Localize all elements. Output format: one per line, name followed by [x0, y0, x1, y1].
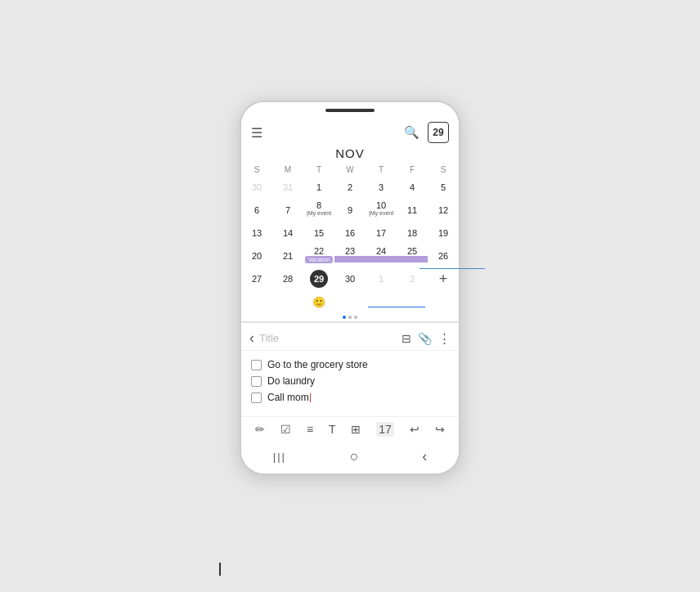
dot-inactive-1 — [348, 316, 352, 319]
smiley-icon: 🙂 — [312, 296, 325, 308]
pen-tool-icon[interactable]: ✏ — [255, 423, 265, 436]
cal-day-12[interactable]: 12 — [428, 199, 459, 222]
cal-day-9[interactable]: 9 — [334, 199, 366, 222]
note-header: ‹ Title ⊟ 📎 ⋮ — [241, 323, 459, 351]
day-header-wed: W — [334, 164, 366, 176]
cal-day-31-oct[interactable]: 31 — [272, 176, 303, 199]
cal-empty-2 — [272, 290, 303, 313]
cal-day-10[interactable]: 10|My event — [366, 199, 397, 222]
day-header-sun: S — [241, 164, 272, 176]
day-header-mon: M — [272, 164, 303, 176]
hamburger-icon[interactable]: ☰ — [251, 125, 262, 141]
note-back-button[interactable]: ‹ — [249, 330, 254, 347]
redo-icon[interactable]: ↪ — [435, 423, 445, 436]
checklist-text-2: Do laundry — [267, 375, 315, 387]
cal-day-20[interactable]: 20 — [241, 244, 272, 267]
day-header-sat: S — [428, 164, 459, 176]
event-label-10: |My event — [366, 210, 397, 217]
cal-day-6[interactable]: 6 — [241, 199, 272, 222]
cal-add-btn[interactable]: + — [428, 267, 459, 290]
calendar-grid: S M T W T F S 30 31 1 2 3 4 5 — [241, 164, 459, 313]
calendar-text-input[interactable] — [368, 296, 425, 307]
cal-day-15[interactable]: 15 — [303, 222, 334, 244]
cal-empty-1 — [241, 290, 272, 313]
cal-emoji-cell[interactable]: 🙂 — [303, 290, 334, 313]
calendar-week-5: 27 28 29 30 1 2 + — [241, 267, 459, 290]
checkbox-2[interactable] — [251, 376, 262, 387]
checklist-item-3: Call mom — [251, 392, 449, 403]
checklist-item-2: Do laundry — [251, 375, 449, 387]
undo-icon[interactable]: ↩ — [410, 423, 420, 436]
dot-active — [343, 316, 346, 319]
date-badge[interactable]: 29 — [428, 122, 449, 143]
cal-day-3[interactable]: 3 — [366, 176, 397, 199]
day-header-fri: F — [397, 164, 428, 176]
calendar-section: ☰ 🔍 29 NOV S M T W T F S — [241, 117, 459, 321]
nav-home-icon[interactable]: ○ — [350, 448, 359, 465]
today-circle[interactable]: 29 — [310, 270, 328, 288]
cal-day-19[interactable]: 19 — [428, 222, 459, 244]
cal-day-21[interactable]: 21 — [272, 244, 303, 267]
checklist-text-1: Go to the grocery store — [267, 359, 368, 370]
cal-day-16[interactable]: 16 — [334, 222, 366, 244]
table-tool-icon[interactable]: ⊞ — [351, 423, 361, 436]
calendar-input-row: 🙂 — [241, 290, 459, 313]
note-content: Go to the grocery store Do laundry Call … — [241, 351, 459, 416]
checkbox-1[interactable] — [251, 360, 262, 370]
cal-day-30-oct[interactable]: 30 — [241, 176, 272, 199]
annotation-line — [420, 268, 485, 269]
dot-inactive-2 — [354, 316, 357, 319]
cal-day-11[interactable]: 11 — [397, 199, 428, 222]
event-label-8: |My event — [303, 210, 334, 217]
cal-day-30[interactable]: 30 — [334, 267, 366, 290]
cal-day-14[interactable]: 14 — [272, 222, 303, 244]
cal-day-8[interactable]: 8|My event — [303, 199, 334, 222]
cal-day-18[interactable]: 18 — [397, 222, 428, 244]
more-options-icon[interactable]: ⋮ — [438, 331, 451, 346]
book-view-icon[interactable]: ⊟ — [402, 332, 411, 345]
cal-day-2[interactable]: 2 — [334, 176, 366, 199]
bottom-cursor-indicator — [219, 563, 221, 576]
checklist-text-3: Call mom — [267, 392, 311, 403]
phone-notch — [325, 109, 375, 112]
vacation-bar: Vacation — [305, 256, 333, 263]
cal-day-13[interactable]: 13 — [241, 222, 272, 244]
format-tool-icon[interactable]: ≡ — [307, 423, 313, 436]
cal-day-7[interactable]: 7 — [272, 199, 303, 222]
cal-day-17[interactable]: 17 — [366, 222, 397, 244]
attach-icon[interactable]: 📎 — [418, 332, 432, 345]
checklist-tool-icon[interactable]: ☑ — [280, 423, 291, 436]
cal-day-5[interactable]: 5 — [428, 176, 459, 199]
cal-day-25[interactable]: 25 — [397, 244, 428, 267]
cal-input-cell[interactable] — [334, 290, 459, 313]
checkbox-3[interactable] — [251, 392, 262, 403]
checklist-text-3-content: Call mom — [267, 392, 309, 403]
font-size-badge[interactable]: 17 — [376, 422, 394, 437]
calendar-days-header: S M T W T F S — [241, 164, 459, 176]
note-header-icons: ⊟ 📎 ⋮ — [402, 331, 451, 346]
phone-nav-bar: ||| ○ ‹ — [241, 442, 459, 473]
calendar-header-right: 🔍 29 — [404, 122, 449, 143]
cal-day-4[interactable]: 4 — [397, 176, 428, 199]
cal-day-23[interactable]: 23 — [334, 244, 366, 267]
text-tool-icon[interactable]: T — [329, 423, 336, 436]
cal-day-27[interactable]: 27 — [241, 267, 272, 290]
cal-day-28[interactable]: 28 — [272, 267, 303, 290]
nav-menu-icon[interactable]: ||| — [273, 451, 286, 463]
day-header-thu: T — [366, 164, 397, 176]
note-toolbar: ✏ ☑ ≡ T ⊞ 17 ↩ ↪ — [241, 416, 459, 442]
calendar-week-2: 6 7 8|My event 9 10|My event 11 12 — [241, 199, 459, 222]
cal-day-1[interactable]: 1 — [303, 176, 334, 199]
cal-day-1-dec[interactable]: 1 — [366, 267, 397, 290]
search-icon[interactable]: 🔍 — [404, 125, 420, 140]
nav-back-icon[interactable]: ‹ — [422, 448, 427, 465]
checklist-item-1: Go to the grocery store — [251, 359, 449, 370]
day-header-tue: T — [303, 164, 334, 176]
cal-day-29-today[interactable]: 29 — [303, 267, 334, 290]
cal-day-2-dec[interactable]: 2 — [397, 267, 428, 290]
cal-day-24[interactable]: 24 — [366, 244, 397, 267]
note-section: ‹ Title ⊟ 📎 ⋮ Go to the grocery store Do… — [241, 323, 459, 416]
note-title-placeholder[interactable]: Title — [259, 332, 397, 344]
cal-day-22[interactable]: 22Vacation — [303, 244, 334, 267]
cal-day-26[interactable]: 26 — [428, 244, 459, 267]
